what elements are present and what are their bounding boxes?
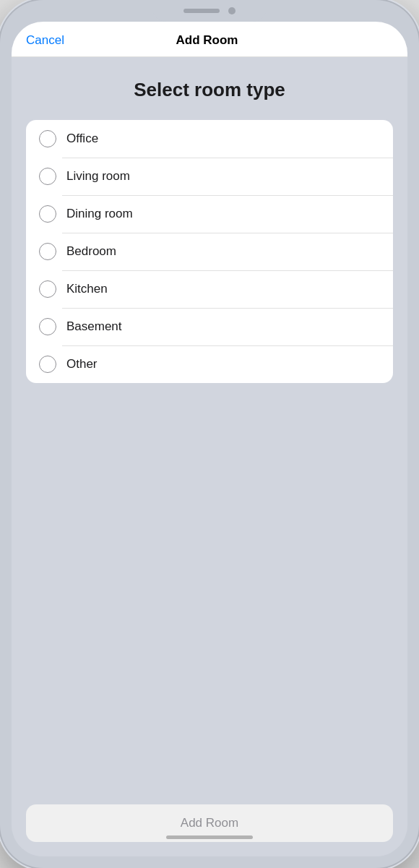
radio-label-dining-room: Dining room xyxy=(66,207,133,221)
radio-item-dining-room[interactable]: Dining room xyxy=(26,195,393,233)
radio-circle-living-room xyxy=(39,168,56,185)
radio-circle-dining-room xyxy=(39,205,56,223)
radio-label-basement: Basement xyxy=(66,319,122,334)
radio-label-living-room: Living room xyxy=(66,169,130,184)
radio-label-bedroom: Bedroom xyxy=(66,244,116,259)
screen: Cancel Add Room Select room type OfficeL… xyxy=(12,22,407,856)
section-title: Select room type xyxy=(26,79,393,101)
nav-bar: Cancel Add Room xyxy=(12,22,407,57)
radio-circle-basement xyxy=(39,318,56,335)
room-type-list: OfficeLiving roomDining roomBedroomKitch… xyxy=(26,120,393,383)
radio-label-office: Office xyxy=(66,132,98,146)
home-indicator xyxy=(166,835,253,839)
radio-circle-other xyxy=(39,356,56,373)
cancel-button[interactable]: Cancel xyxy=(26,33,64,48)
phone-frame: Cancel Add Room Select room type OfficeL… xyxy=(0,0,419,868)
radio-item-office[interactable]: Office xyxy=(26,120,393,158)
radio-circle-bedroom xyxy=(39,243,56,260)
notch xyxy=(152,0,267,22)
radio-item-bedroom[interactable]: Bedroom xyxy=(26,233,393,270)
radio-label-kitchen: Kitchen xyxy=(66,282,108,296)
radio-circle-office xyxy=(39,130,56,147)
radio-item-kitchen[interactable]: Kitchen xyxy=(26,270,393,308)
radio-item-basement[interactable]: Basement xyxy=(26,308,393,345)
radio-item-other[interactable]: Other xyxy=(26,345,393,383)
speaker xyxy=(183,9,220,13)
radio-label-other: Other xyxy=(66,357,98,371)
radio-circle-kitchen xyxy=(39,280,56,298)
radio-item-living-room[interactable]: Living room xyxy=(26,158,393,195)
nav-title: Add Room xyxy=(176,33,238,48)
main-content: Select room type OfficeLiving roomDining… xyxy=(12,57,407,856)
camera xyxy=(228,7,236,14)
